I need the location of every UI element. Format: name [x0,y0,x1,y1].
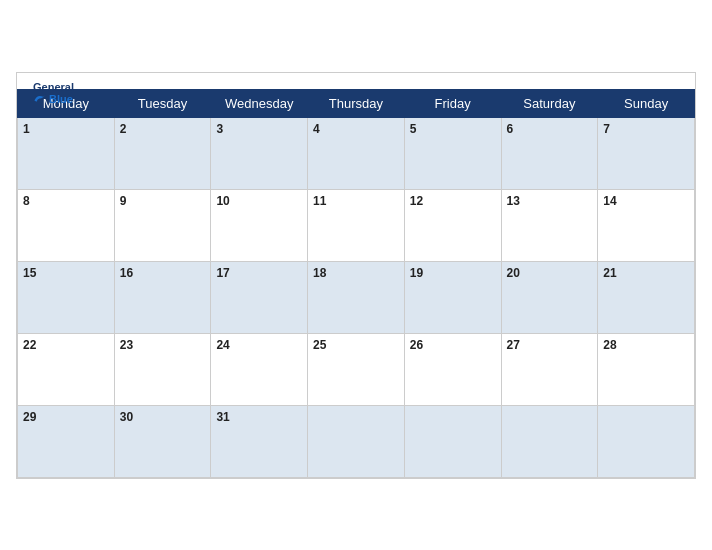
day-number: 22 [23,338,36,352]
calendar-cell: 13 [501,189,598,261]
day-number: 27 [507,338,520,352]
weekday-header-friday: Friday [404,89,501,117]
day-number: 4 [313,122,320,136]
calendar-cell: 31 [211,405,308,477]
logo-blue-text: Blue [33,93,73,105]
calendar-cell: 1 [18,117,115,189]
day-number: 31 [216,410,229,424]
calendar-cell: 20 [501,261,598,333]
calendar-cell: 27 [501,333,598,405]
day-number: 19 [410,266,423,280]
day-number: 21 [603,266,616,280]
calendar-table: MondayTuesdayWednesdayThursdayFridaySatu… [17,89,695,478]
calendar-cell: 18 [308,261,405,333]
day-number: 12 [410,194,423,208]
calendar-cell: 23 [114,333,211,405]
day-number: 17 [216,266,229,280]
day-number: 10 [216,194,229,208]
calendar-cell: 3 [211,117,308,189]
day-number: 1 [23,122,30,136]
calendar-header: General Blue [17,73,695,89]
calendar-cell [404,405,501,477]
week-row-2: 891011121314 [18,189,695,261]
calendar-cell: 11 [308,189,405,261]
calendar-cell: 4 [308,117,405,189]
calendar-cell: 17 [211,261,308,333]
calendar-weekdays-header: MondayTuesdayWednesdayThursdayFridaySatu… [18,89,695,117]
calendar-cell: 28 [598,333,695,405]
day-number: 20 [507,266,520,280]
calendar-cell: 22 [18,333,115,405]
weekday-header-wednesday: Wednesday [211,89,308,117]
calendar-cell [308,405,405,477]
calendar: General Blue MondayTuesdayWednesdayThurs… [16,72,696,479]
day-number: 26 [410,338,423,352]
calendar-cell: 2 [114,117,211,189]
day-number: 2 [120,122,127,136]
calendar-body: 1234567891011121314151617181920212223242… [18,117,695,477]
calendar-cell: 5 [404,117,501,189]
calendar-cell: 30 [114,405,211,477]
week-row-1: 1234567 [18,117,695,189]
weekday-header-tuesday: Tuesday [114,89,211,117]
day-number: 23 [120,338,133,352]
calendar-cell: 14 [598,189,695,261]
weekday-row: MondayTuesdayWednesdayThursdayFridaySatu… [18,89,695,117]
week-row-3: 15161718192021 [18,261,695,333]
day-number: 8 [23,194,30,208]
calendar-cell: 24 [211,333,308,405]
calendar-cell: 10 [211,189,308,261]
day-number: 7 [603,122,610,136]
day-number: 25 [313,338,326,352]
calendar-cell: 16 [114,261,211,333]
calendar-cell: 6 [501,117,598,189]
logo-bird-icon [33,93,47,105]
day-number: 9 [120,194,127,208]
day-number: 18 [313,266,326,280]
calendar-cell: 29 [18,405,115,477]
weekday-header-thursday: Thursday [308,89,405,117]
calendar-cell: 26 [404,333,501,405]
day-number: 11 [313,194,326,208]
day-number: 3 [216,122,223,136]
day-number: 13 [507,194,520,208]
calendar-cell: 8 [18,189,115,261]
weekday-header-sunday: Sunday [598,89,695,117]
day-number: 30 [120,410,133,424]
weekday-header-saturday: Saturday [501,89,598,117]
day-number: 6 [507,122,514,136]
calendar-cell [501,405,598,477]
day-number: 14 [603,194,616,208]
logo: General Blue [33,81,74,105]
calendar-cell [598,405,695,477]
calendar-cell: 9 [114,189,211,261]
calendar-cell: 15 [18,261,115,333]
week-row-4: 22232425262728 [18,333,695,405]
day-number: 28 [603,338,616,352]
logo-general-text: General [33,81,74,93]
calendar-cell: 25 [308,333,405,405]
day-number: 24 [216,338,229,352]
calendar-cell: 21 [598,261,695,333]
day-number: 15 [23,266,36,280]
calendar-cell: 19 [404,261,501,333]
day-number: 5 [410,122,417,136]
calendar-cell: 7 [598,117,695,189]
day-number: 29 [23,410,36,424]
week-row-5: 293031 [18,405,695,477]
calendar-cell: 12 [404,189,501,261]
day-number: 16 [120,266,133,280]
